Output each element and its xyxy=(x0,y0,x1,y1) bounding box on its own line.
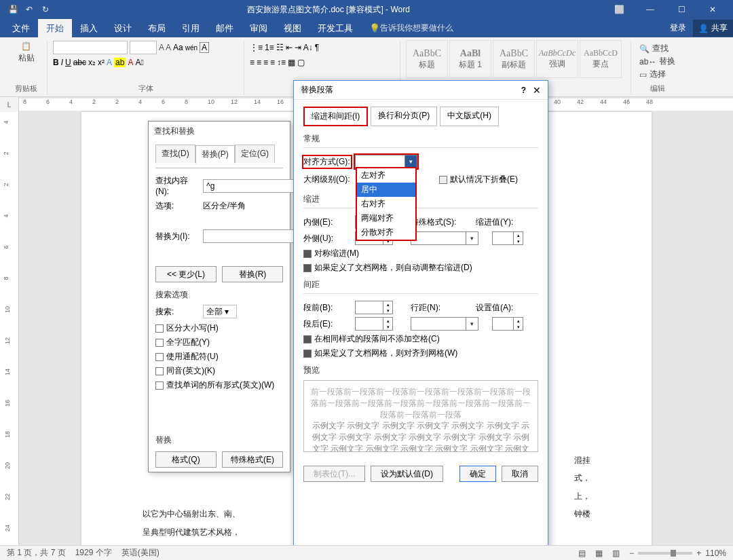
mirror-indent-check[interactable]: 对称缩进(M) xyxy=(303,248,538,259)
check-sounds-like[interactable]: 同音(英文)(K) xyxy=(155,365,283,377)
ribbon-display-icon[interactable]: ⬜ xyxy=(604,0,634,19)
space-before-spinner[interactable]: ▴▾ xyxy=(355,301,393,314)
cancel-button[interactable]: 取消 xyxy=(502,466,538,482)
tab-review[interactable]: 审阅 xyxy=(242,19,276,37)
special-format-select[interactable]: ▾ xyxy=(411,231,478,245)
special-format-button[interactable]: 特殊格式(E) xyxy=(222,451,283,468)
bold-button[interactable]: B xyxy=(53,58,59,67)
zoom-level[interactable]: 110% xyxy=(705,548,726,558)
multilevel-icon[interactable]: ☷ xyxy=(276,43,284,52)
ok-button[interactable]: 确定 xyxy=(459,466,496,482)
view-print-icon[interactable]: ▦ xyxy=(595,548,603,558)
save-icon[interactable]: 💾 xyxy=(5,2,20,17)
do-replace-button[interactable]: 替换(R) xyxy=(222,266,283,282)
tab-home[interactable]: 开始 xyxy=(38,19,72,37)
char-shading-icon[interactable]: A⃝ xyxy=(135,58,143,67)
tabs-button[interactable]: 制表位(T)... xyxy=(303,466,365,482)
tab-insert[interactable]: 插入 xyxy=(72,19,106,37)
align-right-icon[interactable]: ≡ xyxy=(263,58,268,67)
snap-to-grid-check[interactable]: 如果定义了文档网格，则对齐到网格(W) xyxy=(303,348,538,359)
tell-me[interactable]: 告诉我你想要做什么 xyxy=(380,22,453,34)
decrease-indent-icon[interactable]: ⇤ xyxy=(286,43,293,52)
space-after-spinner[interactable]: ▴▾ xyxy=(355,317,393,331)
font-size-select[interactable] xyxy=(130,41,157,54)
paste-button[interactable]: 📋粘贴 xyxy=(11,40,41,65)
view-read-icon[interactable]: ▤ xyxy=(578,548,586,558)
check-match-case[interactable]: 区分大小写(H) xyxy=(155,322,283,334)
zoom-out-icon[interactable]: − xyxy=(629,548,634,558)
sort-icon[interactable]: A↓ xyxy=(303,43,313,52)
check-wildcards[interactable]: 使用通配符(U) xyxy=(155,351,283,362)
tab-replace[interactable]: 替换(P) xyxy=(195,145,235,164)
tab-mailings[interactable]: 邮件 xyxy=(208,19,242,37)
tab-goto[interactable]: 定位(G) xyxy=(235,145,275,163)
line-spacing-select[interactable]: ▾ xyxy=(411,317,478,331)
login-button[interactable]: 登录 xyxy=(663,22,693,34)
collapse-check[interactable]: 默认情况下折叠(E) xyxy=(439,174,518,185)
strike-button[interactable]: abc xyxy=(73,58,86,67)
find-button[interactable]: 🔍 查找 xyxy=(639,43,675,54)
tab-design[interactable]: 设计 xyxy=(106,19,140,37)
zoom-slider[interactable] xyxy=(638,552,692,555)
shading-icon[interactable]: ▦ xyxy=(288,58,295,67)
superscript-button[interactable]: x² xyxy=(98,58,105,67)
tab-layout[interactable]: 布局 xyxy=(140,19,174,37)
page-indicator[interactable]: 第 1 页，共 7 页 xyxy=(7,547,66,559)
word-count[interactable]: 1929 个字 xyxy=(75,547,112,559)
align-option-center[interactable]: 居中 xyxy=(357,183,415,197)
check-all-word-forms[interactable]: 查找单词的所有形式(英文)(W) xyxy=(155,379,283,391)
align-option-right[interactable]: 右对齐 xyxy=(357,197,415,211)
align-option-justify[interactable]: 两端对齐 xyxy=(357,211,415,225)
align-option-distributed[interactable]: 分散对齐 xyxy=(357,225,415,240)
increase-indent-icon[interactable]: ⇥ xyxy=(295,43,301,52)
select-button[interactable]: ▭ 选择 xyxy=(639,69,675,80)
text-effects-icon[interactable]: A xyxy=(107,58,112,67)
align-center-icon[interactable]: ≡ xyxy=(257,58,261,67)
numbering-icon[interactable]: 1≡ xyxy=(265,43,274,52)
align-option-left[interactable]: 左对齐 xyxy=(357,168,415,183)
justify-icon[interactable]: ≡ xyxy=(270,58,275,67)
less-button[interactable]: << 更少(L) xyxy=(155,266,217,282)
char-border-icon[interactable]: A xyxy=(200,42,209,53)
tab-developer[interactable]: 开发工具 xyxy=(309,19,361,37)
borders-icon[interactable]: ▢ xyxy=(297,58,305,67)
alignment-select[interactable]: ▾ xyxy=(355,155,417,168)
bullets-icon[interactable]: ⋮≡ xyxy=(250,43,263,52)
line-spacing-icon[interactable]: ↕≡ xyxy=(277,58,286,67)
undo-icon[interactable]: ↶ xyxy=(22,2,37,17)
tab-asian-typography[interactable]: 中文版式(H) xyxy=(440,107,499,126)
align-left-icon[interactable]: ≡ xyxy=(250,58,255,67)
close-icon[interactable]: ✕ xyxy=(698,0,728,19)
font-color-icon[interactable]: A xyxy=(128,58,133,67)
vertical-ruler[interactable]: 4224681012141618202224 xyxy=(0,112,19,546)
share-button[interactable]: 👤 共享 xyxy=(693,20,733,37)
tab-file[interactable]: 文件 xyxy=(4,19,38,37)
redo-icon[interactable]: ↻ xyxy=(38,2,53,17)
replace-button[interactable]: ab↔ 替换 xyxy=(639,56,675,67)
search-direction-select[interactable]: 全部 ▾ xyxy=(203,305,237,318)
help-icon[interactable]: ? xyxy=(521,86,526,95)
show-marks-icon[interactable]: ¶ xyxy=(315,43,319,52)
auto-adjust-right-indent-check[interactable]: 如果定义了文档网格，则自动调整右缩进(D) xyxy=(303,262,538,274)
subscript-button[interactable]: x₂ xyxy=(88,58,96,67)
set-value-spinner[interactable]: ▴▾ xyxy=(492,317,523,331)
set-default-button[interactable]: 设为默认值(D) xyxy=(371,466,443,482)
minimize-icon[interactable]: — xyxy=(635,0,665,19)
tab-find[interactable]: 查找(D) xyxy=(155,145,195,163)
font-family-select[interactable] xyxy=(53,41,128,54)
change-case-icon[interactable]: Aa xyxy=(173,43,183,52)
dialog-close-icon[interactable]: ✕ xyxy=(533,85,541,96)
format-button[interactable]: 格式(Q) xyxy=(155,451,217,468)
maximize-icon[interactable]: ☐ xyxy=(666,0,696,19)
tab-line-page-breaks[interactable]: 换行和分页(P) xyxy=(371,107,437,126)
tab-view[interactable]: 视图 xyxy=(276,19,309,37)
language-indicator[interactable]: 英语(美国) xyxy=(121,547,159,559)
check-whole-word[interactable]: 全字匹配(Y) xyxy=(155,337,283,348)
no-space-same-style-check[interactable]: 在相同样式的段落间不添加空格(C) xyxy=(303,333,538,345)
phonetic-icon[interactable]: wén xyxy=(185,44,198,52)
tab-references[interactable]: 引用 xyxy=(174,19,208,37)
indent-value-spinner[interactable]: ▴▾ xyxy=(492,231,523,245)
tab-indent-spacing[interactable]: 缩进和间距(I) xyxy=(303,107,368,126)
underline-button[interactable]: U xyxy=(65,58,71,67)
font-grow-shrink[interactable]: A A xyxy=(159,43,171,52)
